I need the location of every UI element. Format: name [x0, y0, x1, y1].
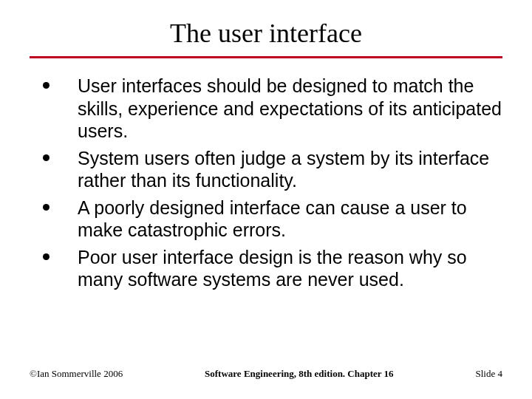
footer-copyright: ©Ian Sommerville 2006 [30, 368, 123, 380]
bullet-icon [43, 204, 50, 211]
list-item: Poor user interface design is the reason… [43, 246, 502, 291]
bullet-text: A poorly designed interface can cause a … [78, 197, 502, 242]
bullet-icon [43, 154, 50, 161]
list-item: System users often judge a system by its… [43, 147, 502, 192]
list-item: User interfaces should be designed to ma… [43, 75, 502, 143]
slide: The user interface User interfaces shoul… [0, 0, 532, 399]
footer: ©Ian Sommerville 2006 Software Engineeri… [30, 368, 502, 380]
bullet-text: Poor user interface design is the reason… [78, 246, 502, 291]
bullet-text: System users often judge a system by its… [78, 147, 502, 192]
footer-slide-number: Slide 4 [476, 368, 502, 380]
title-rule [30, 56, 502, 58]
slide-title: The user interface [30, 18, 502, 56]
list-item: A poorly designed interface can cause a … [43, 197, 502, 242]
bullet-text: User interfaces should be designed to ma… [78, 75, 502, 143]
footer-book-ref: Software Engineering, 8th edition. Chapt… [205, 368, 394, 380]
bullet-icon [43, 253, 50, 260]
bullet-list: User interfaces should be designed to ma… [30, 75, 502, 291]
bullet-icon [43, 82, 50, 89]
